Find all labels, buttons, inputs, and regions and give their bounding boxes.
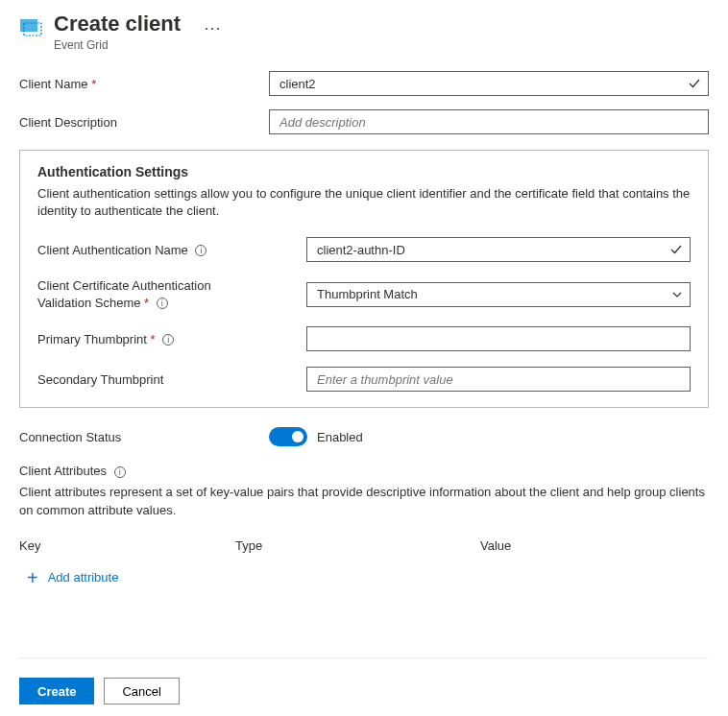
client-auth-name-input[interactable] (306, 237, 691, 262)
validation-scheme-label: Client Certificate AuthenticationValidat… (37, 277, 306, 311)
column-type: Type (235, 538, 480, 553)
client-name-label: Client Name * (19, 77, 269, 91)
authentication-settings-section: Authentication Settings Client authentic… (19, 150, 709, 408)
svg-rect-0 (20, 19, 37, 32)
client-attributes-label: Client Attributes i (19, 464, 709, 478)
secondary-thumbprint-input[interactable] (306, 367, 691, 392)
column-value: Value (480, 538, 709, 553)
connection-status-label: Connection Status (19, 430, 269, 444)
event-grid-icon (19, 15, 42, 38)
create-button[interactable]: Create (19, 678, 94, 704)
secondary-thumbprint-label: Secondary Thumbprint (37, 372, 306, 387)
client-description-input[interactable] (269, 109, 709, 134)
page-title: Create client (54, 12, 665, 36)
client-auth-name-label: Client Authentication Name i (37, 243, 306, 257)
info-icon[interactable]: i (114, 466, 126, 478)
client-attributes-description: Client attributes represent a set of key… (19, 484, 709, 518)
add-attribute-button[interactable]: + Add attribute (19, 566, 709, 589)
page-subtitle: Event Grid (54, 38, 665, 52)
validation-scheme-select[interactable] (306, 282, 691, 307)
connection-status-state: Enabled (317, 430, 363, 444)
connection-status-toggle[interactable] (269, 427, 307, 446)
plus-icon: + (27, 568, 38, 587)
attributes-table-header: Key Type Value (19, 538, 709, 553)
more-icon[interactable]: ⋯ (196, 17, 229, 38)
info-icon[interactable]: i (157, 298, 168, 309)
info-icon[interactable]: i (162, 334, 174, 346)
auth-settings-description: Client authentication settings allow you… (37, 185, 691, 220)
info-icon[interactable]: i (195, 245, 206, 256)
primary-thumbprint-label: Primary Thumbprint * i (37, 332, 306, 346)
column-key: Key (19, 538, 235, 553)
client-description-label: Client Description (19, 115, 269, 130)
primary-thumbprint-input[interactable] (306, 326, 691, 351)
client-name-input[interactable] (269, 71, 709, 96)
auth-settings-title: Authentication Settings (37, 164, 691, 179)
cancel-button[interactable]: Cancel (104, 678, 179, 704)
